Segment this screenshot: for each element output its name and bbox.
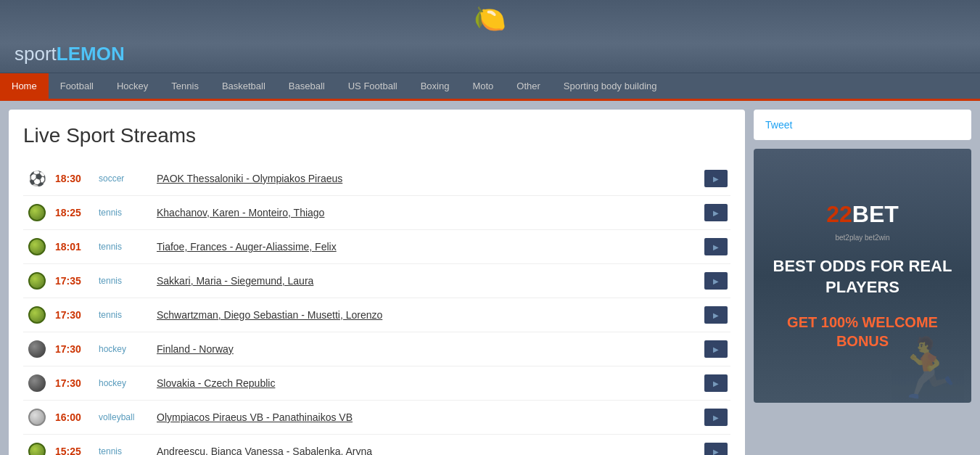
stream-title[interactable]: Tiafoe, Frances - Auger-Aliassime, Felix: [157, 241, 697, 253]
ad-tagline: bet2play bet2win: [835, 234, 889, 242]
nav-link-moto[interactable]: Moto: [461, 73, 505, 99]
stream-watch-icon[interactable]: [704, 272, 728, 290]
stream-time: 18:25: [55, 207, 91, 218]
nav-item-boxing[interactable]: Boxing: [409, 73, 461, 99]
stream-watch-icon[interactable]: [704, 238, 728, 255]
stream-watch-icon[interactable]: [704, 340, 728, 358]
stream-title[interactable]: Slovakia - Czech Republic: [157, 377, 697, 389]
main-wrapper: Live Sport Streams ⚽18:30soccerPAOK Thes…: [0, 101, 980, 455]
nav-item-moto[interactable]: Moto: [461, 73, 505, 99]
stream-link[interactable]: Andreescu, Bianca Vanessa - Sabalenka, A…: [157, 446, 372, 455]
sport-icon-hockey: [26, 372, 48, 394]
nav-item-football[interactable]: Football: [49, 73, 105, 99]
ad-logo: 22BET: [826, 201, 899, 228]
stream-title[interactable]: Finland - Norway: [157, 343, 697, 355]
stream-time: 18:01: [55, 241, 91, 253]
nav-link-boxing[interactable]: Boxing: [409, 73, 461, 99]
sport-icon-tennis: [26, 440, 48, 455]
nav-link-sportingbodybuilding[interactable]: Sporting body building: [552, 73, 669, 99]
nav-link-baseball[interactable]: Baseball: [277, 73, 337, 99]
stream-row: 17:30tennisSchwartzman, Diego Sebastian …: [23, 298, 730, 332]
nav-item-usfootball[interactable]: US Football: [337, 73, 409, 99]
nav-item-baseball[interactable]: Baseball: [277, 73, 337, 99]
logo-sport: sport: [15, 43, 57, 65]
stream-time: 18:30: [55, 173, 91, 184]
stream-link[interactable]: Finland - Norway: [157, 343, 234, 355]
stream-link[interactable]: Sakkari, Maria - Siegemund, Laura: [157, 275, 313, 287]
streams-list: ⚽18:30soccerPAOK Thessaloniki - Olympiak…: [23, 162, 730, 455]
stream-sport-label: tennis: [99, 276, 149, 286]
tweet-link[interactable]: Tweet: [765, 119, 792, 131]
stream-title[interactable]: Khachanov, Karen - Monteiro, Thiago: [157, 207, 697, 218]
stream-sport-label: soccer: [99, 173, 149, 184]
stream-sport-label: tennis: [99, 208, 149, 218]
stream-row: 18:01tennisTiafoe, Frances - Auger-Alias…: [23, 230, 730, 264]
sport-icon-tennis: [26, 202, 48, 224]
stream-time: 17:30: [55, 309, 91, 321]
stream-sport-label: volleyball: [99, 412, 149, 422]
stream-title[interactable]: Sakkari, Maria - Siegemund, Laura: [157, 275, 697, 287]
stream-time: 17:35: [55, 275, 91, 287]
stream-watch-icon[interactable]: [704, 374, 728, 392]
stream-watch-icon[interactable]: [704, 306, 728, 324]
nav-link-football[interactable]: Football: [49, 73, 105, 99]
stream-link[interactable]: PAOK Thessaloniki - Olympiakos Piraeus: [157, 173, 342, 184]
stream-time: 17:30: [55, 377, 91, 389]
nav-item-sportingbodybuilding[interactable]: Sporting body building: [552, 73, 669, 99]
sidebar: Tweet 22BET bet2play bet2win BEST ODDS F…: [754, 110, 971, 455]
stream-title[interactable]: Andreescu, Bianca Vanessa - Sabalenka, A…: [157, 446, 697, 455]
nav-list: Home Football Hockey Tennis Basketball B…: [0, 73, 980, 99]
sport-icon-volleyball: [26, 406, 48, 428]
stream-time: 16:00: [55, 411, 91, 423]
stream-row: 18:25tennisKhachanov, Karen - Monteiro, …: [23, 196, 730, 230]
stream-watch-icon[interactable]: [704, 204, 728, 221]
nav-link-hockey[interactable]: Hockey: [105, 73, 160, 99]
sport-icon-tennis: [26, 236, 48, 258]
nav-item-hockey[interactable]: Hockey: [105, 73, 160, 99]
stream-row: 15:25tennisAndreescu, Bianca Vanessa - S…: [23, 435, 730, 455]
navbar: Home Football Hockey Tennis Basketball B…: [0, 73, 980, 101]
stream-title[interactable]: Schwartzman, Diego Sebastian - Musetti, …: [157, 309, 697, 321]
stream-link[interactable]: Tiafoe, Frances - Auger-Aliassime, Felix: [157, 241, 337, 253]
page-title: Live Sport Streams: [23, 124, 730, 147]
sport-icon-tennis: [26, 304, 48, 326]
nav-item-tennis[interactable]: Tennis: [160, 73, 210, 99]
nav-link-home[interactable]: Home: [0, 73, 49, 99]
nav-item-home[interactable]: Home: [0, 73, 49, 99]
stream-row: 17:30hockeyFinland - Norway: [23, 332, 730, 366]
stream-link[interactable]: Slovakia - Czech Republic: [157, 377, 275, 389]
ad-logo-text: BET: [852, 201, 899, 227]
lemon-decoration: 🍋: [474, 4, 506, 34]
header: 🍋 sportLEMON: [0, 0, 980, 73]
nav-link-usfootball[interactable]: US Football: [337, 73, 409, 99]
logo: sportLEMON: [0, 43, 139, 73]
logo-lemon: LEMON: [57, 43, 125, 65]
sport-icon-hockey: [26, 338, 48, 360]
stream-link[interactable]: Khachanov, Karen - Monteiro, Thiago: [157, 207, 324, 218]
ad-headline: BEST ODDS FOR REAL PLAYERS: [768, 256, 957, 298]
stream-watch-icon[interactable]: [704, 170, 728, 187]
stream-watch-icon[interactable]: [704, 443, 728, 455]
stream-link[interactable]: Olympiacos Piraeus VB - Panathinaikos VB: [157, 411, 353, 423]
nav-item-other[interactable]: Other: [505, 73, 552, 99]
stream-title[interactable]: Olympiacos Piraeus VB - Panathinaikos VB: [157, 411, 697, 423]
content-area: Live Sport Streams ⚽18:30soccerPAOK Thes…: [9, 110, 745, 455]
stream-time: 15:25: [55, 446, 91, 455]
sport-icon-soccer: ⚽: [26, 168, 48, 189]
stream-sport-label: tennis: [99, 242, 149, 252]
stream-title[interactable]: PAOK Thessaloniki - Olympiakos Piraeus: [157, 173, 697, 184]
nav-item-basketball[interactable]: Basketball: [210, 73, 277, 99]
nav-link-basketball[interactable]: Basketball: [210, 73, 277, 99]
nav-link-other[interactable]: Other: [505, 73, 552, 99]
ad-person-decoration: 🏃: [892, 335, 964, 403]
stream-sport-label: tennis: [99, 446, 149, 455]
stream-sport-label: hockey: [99, 344, 149, 354]
ad-logo-number: 22: [826, 201, 852, 227]
ad-banner[interactable]: 22BET bet2play bet2win BEST ODDS FOR REA…: [754, 149, 971, 403]
nav-link-tennis[interactable]: Tennis: [160, 73, 210, 99]
stream-time: 17:30: [55, 343, 91, 355]
stream-link[interactable]: Schwartzman, Diego Sebastian - Musetti, …: [157, 309, 382, 321]
stream-row: 17:35tennisSakkari, Maria - Siegemund, L…: [23, 264, 730, 298]
stream-watch-icon[interactable]: [704, 409, 728, 426]
tweet-box: Tweet: [754, 110, 971, 140]
